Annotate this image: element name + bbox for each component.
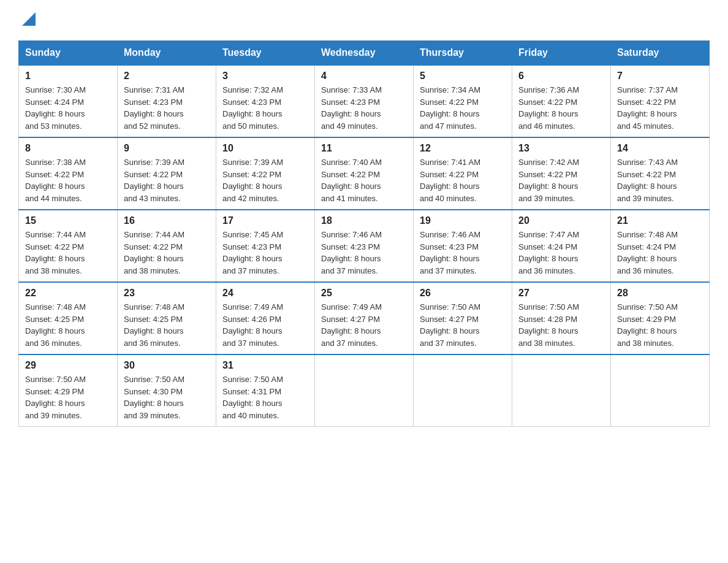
day-cell-29: 29 Sunrise: 7:50 AM Sunset: 4:29 PM Dayl…: [19, 354, 118, 427]
day-cell-8: 8 Sunrise: 7:38 AM Sunset: 4:22 PM Dayli…: [19, 137, 118, 210]
day-info: Sunrise: 7:44 AM Sunset: 4:22 PM Dayligh…: [25, 229, 111, 277]
day-number: 8: [25, 143, 111, 154]
day-info: Sunrise: 7:31 AM Sunset: 4:23 PM Dayligh…: [124, 84, 210, 132]
day-number: 10: [222, 143, 308, 154]
empty-cell: [512, 354, 611, 427]
day-cell-4: 4 Sunrise: 7:33 AM Sunset: 4:23 PM Dayli…: [315, 65, 414, 137]
day-number: 29: [25, 360, 111, 371]
day-number: 2: [124, 71, 210, 82]
empty-cell: [315, 354, 414, 427]
day-number: 17: [222, 215, 308, 226]
day-info: Sunrise: 7:40 AM Sunset: 4:22 PM Dayligh…: [321, 156, 407, 204]
weekday-header-thursday: Thursday: [414, 41, 512, 66]
day-info: Sunrise: 7:30 AM Sunset: 4:24 PM Dayligh…: [25, 84, 111, 132]
day-number: 26: [420, 288, 506, 299]
day-number: 14: [617, 143, 703, 154]
weekday-header-sunday: Sunday: [19, 41, 118, 66]
calendar-table: SundayMondayTuesdayWednesdayThursdayFrid…: [18, 40, 710, 427]
day-info: Sunrise: 7:49 AM Sunset: 4:26 PM Dayligh…: [222, 301, 308, 349]
day-cell-28: 28 Sunrise: 7:50 AM Sunset: 4:29 PM Dayl…: [611, 282, 710, 354]
day-number: 15: [25, 215, 111, 226]
day-number: 6: [518, 71, 604, 82]
day-cell-7: 7 Sunrise: 7:37 AM Sunset: 4:22 PM Dayli…: [611, 65, 710, 137]
weekday-header-wednesday: Wednesday: [315, 41, 414, 66]
day-number: 21: [617, 215, 703, 226]
day-cell-5: 5 Sunrise: 7:34 AM Sunset: 4:22 PM Dayli…: [414, 65, 512, 137]
day-cell-27: 27 Sunrise: 7:50 AM Sunset: 4:28 PM Dayl…: [512, 282, 611, 354]
day-number: 31: [222, 360, 308, 371]
weekday-header-friday: Friday: [512, 41, 611, 66]
day-number: 22: [25, 288, 111, 299]
day-info: Sunrise: 7:41 AM Sunset: 4:22 PM Dayligh…: [420, 156, 506, 204]
day-cell-25: 25 Sunrise: 7:49 AM Sunset: 4:27 PM Dayl…: [315, 282, 414, 354]
day-info: Sunrise: 7:46 AM Sunset: 4:23 PM Dayligh…: [321, 229, 407, 277]
day-cell-26: 26 Sunrise: 7:50 AM Sunset: 4:27 PM Dayl…: [414, 282, 512, 354]
page-header: [18, 12, 710, 28]
day-cell-30: 30 Sunrise: 7:50 AM Sunset: 4:30 PM Dayl…: [118, 354, 216, 427]
day-number: 4: [321, 71, 407, 82]
day-info: Sunrise: 7:47 AM Sunset: 4:24 PM Dayligh…: [518, 229, 604, 277]
day-info: Sunrise: 7:50 AM Sunset: 4:27 PM Dayligh…: [420, 301, 506, 349]
day-info: Sunrise: 7:50 AM Sunset: 4:28 PM Dayligh…: [518, 301, 604, 349]
week-row-2: 8 Sunrise: 7:38 AM Sunset: 4:22 PM Dayli…: [19, 137, 710, 210]
weekday-header-monday: Monday: [118, 41, 216, 66]
day-cell-2: 2 Sunrise: 7:31 AM Sunset: 4:23 PM Dayli…: [118, 65, 216, 137]
day-number: 25: [321, 288, 407, 299]
day-info: Sunrise: 7:39 AM Sunset: 4:22 PM Dayligh…: [124, 156, 210, 204]
day-number: 9: [124, 143, 210, 154]
day-info: Sunrise: 7:50 AM Sunset: 4:29 PM Dayligh…: [25, 373, 111, 421]
day-number: 23: [124, 288, 210, 299]
day-cell-14: 14 Sunrise: 7:43 AM Sunset: 4:22 PM Dayl…: [611, 137, 710, 210]
day-cell-19: 19 Sunrise: 7:46 AM Sunset: 4:23 PM Dayl…: [414, 210, 512, 282]
day-cell-13: 13 Sunrise: 7:42 AM Sunset: 4:22 PM Dayl…: [512, 137, 611, 210]
day-info: Sunrise: 7:50 AM Sunset: 4:30 PM Dayligh…: [124, 373, 210, 421]
day-info: Sunrise: 7:45 AM Sunset: 4:23 PM Dayligh…: [222, 229, 308, 277]
week-row-4: 22 Sunrise: 7:48 AM Sunset: 4:25 PM Dayl…: [19, 282, 710, 354]
day-number: 30: [124, 360, 210, 371]
day-cell-1: 1 Sunrise: 7:30 AM Sunset: 4:24 PM Dayli…: [19, 65, 118, 137]
week-row-3: 15 Sunrise: 7:44 AM Sunset: 4:22 PM Dayl…: [19, 210, 710, 282]
day-info: Sunrise: 7:50 AM Sunset: 4:29 PM Dayligh…: [617, 301, 703, 349]
day-number: 20: [518, 215, 604, 226]
day-info: Sunrise: 7:33 AM Sunset: 4:23 PM Dayligh…: [321, 84, 407, 132]
day-number: 28: [617, 288, 703, 299]
day-info: Sunrise: 7:36 AM Sunset: 4:22 PM Dayligh…: [518, 84, 604, 132]
day-info: Sunrise: 7:50 AM Sunset: 4:31 PM Dayligh…: [222, 373, 308, 421]
day-info: Sunrise: 7:48 AM Sunset: 4:25 PM Dayligh…: [124, 301, 210, 349]
day-info: Sunrise: 7:49 AM Sunset: 4:27 PM Dayligh…: [321, 301, 407, 349]
day-info: Sunrise: 7:48 AM Sunset: 4:25 PM Dayligh…: [25, 301, 111, 349]
day-cell-21: 21 Sunrise: 7:48 AM Sunset: 4:24 PM Dayl…: [611, 210, 710, 282]
day-number: 18: [321, 215, 407, 226]
day-info: Sunrise: 7:46 AM Sunset: 4:23 PM Dayligh…: [420, 229, 506, 277]
day-cell-31: 31 Sunrise: 7:50 AM Sunset: 4:31 PM Dayl…: [216, 354, 315, 427]
day-cell-15: 15 Sunrise: 7:44 AM Sunset: 4:22 PM Dayl…: [19, 210, 118, 282]
weekday-header-saturday: Saturday: [611, 41, 710, 66]
day-cell-10: 10 Sunrise: 7:39 AM Sunset: 4:22 PM Dayl…: [216, 137, 315, 210]
day-number: 13: [518, 143, 604, 154]
day-cell-6: 6 Sunrise: 7:36 AM Sunset: 4:22 PM Dayli…: [512, 65, 611, 137]
svg-marker-0: [22, 12, 36, 26]
day-info: Sunrise: 7:38 AM Sunset: 4:22 PM Dayligh…: [25, 156, 111, 204]
day-info: Sunrise: 7:37 AM Sunset: 4:22 PM Dayligh…: [617, 84, 703, 132]
day-info: Sunrise: 7:32 AM Sunset: 4:23 PM Dayligh…: [222, 84, 308, 132]
day-cell-3: 3 Sunrise: 7:32 AM Sunset: 4:23 PM Dayli…: [216, 65, 315, 137]
empty-cell: [414, 354, 512, 427]
day-number: 3: [222, 71, 308, 82]
day-number: 11: [321, 143, 407, 154]
day-cell-20: 20 Sunrise: 7:47 AM Sunset: 4:24 PM Dayl…: [512, 210, 611, 282]
day-number: 7: [617, 71, 703, 82]
day-number: 16: [124, 215, 210, 226]
day-info: Sunrise: 7:39 AM Sunset: 4:22 PM Dayligh…: [222, 156, 308, 204]
day-cell-22: 22 Sunrise: 7:48 AM Sunset: 4:25 PM Dayl…: [19, 282, 118, 354]
day-cell-23: 23 Sunrise: 7:48 AM Sunset: 4:25 PM Dayl…: [118, 282, 216, 354]
day-info: Sunrise: 7:48 AM Sunset: 4:24 PM Dayligh…: [617, 229, 703, 277]
day-number: 12: [420, 143, 506, 154]
day-info: Sunrise: 7:44 AM Sunset: 4:22 PM Dayligh…: [124, 229, 210, 277]
weekday-header-row: SundayMondayTuesdayWednesdayThursdayFrid…: [19, 41, 710, 66]
day-cell-24: 24 Sunrise: 7:49 AM Sunset: 4:26 PM Dayl…: [216, 282, 315, 354]
week-row-5: 29 Sunrise: 7:50 AM Sunset: 4:29 PM Dayl…: [19, 354, 710, 427]
weekday-header-tuesday: Tuesday: [216, 41, 315, 66]
logo-triangle-icon: [22, 12, 36, 26]
empty-cell: [611, 354, 710, 427]
day-number: 5: [420, 71, 506, 82]
